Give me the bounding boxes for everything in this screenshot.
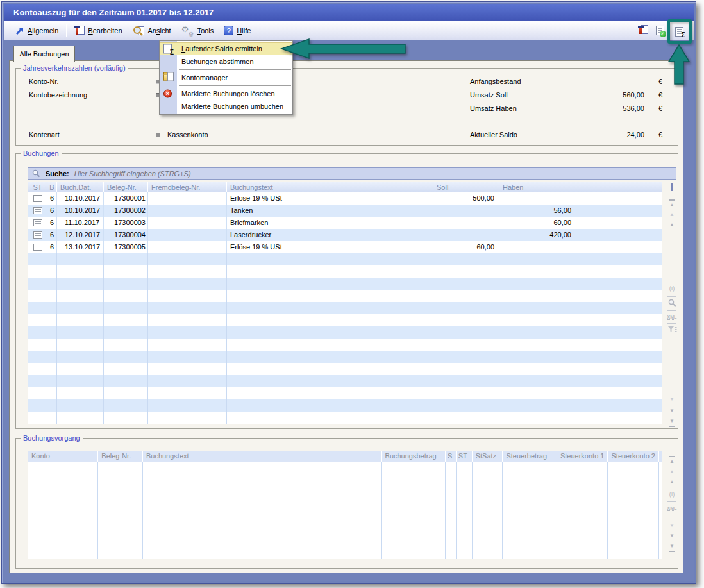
empty-rows-area [28, 253, 662, 424]
field-umsatz-soll: Umsatz Soll 560,00 € [470, 90, 662, 100]
buchungen-row[interactable]: 6 13.10.2017 17300005 Erlöse 19 % USt 60… [28, 241, 662, 253]
buchungsvorgang-table-tools: ▲ ▲ ▲ (I) XML ▼ ▼ ▼ [665, 451, 679, 560]
group-buchungsvorgang: Buchungsvorgang Konto Beleg-Nr. Buchungs… [15, 438, 678, 569]
scroll-down-icon[interactable]: ▼ [665, 395, 679, 404]
header-buchungstext[interactable]: Buchungstext [227, 182, 433, 192]
record-icon [33, 231, 42, 239]
menuitem-markierte-buchungen-umbuchen[interactable]: Markierte Buchungen umbuchen [160, 100, 292, 113]
menu-hilfe[interactable]: ? Hilfe [219, 24, 256, 37]
buchungsvorgang-table-header: Konto Beleg-Nr. Buchungstext Buchungsbet… [28, 451, 662, 462]
header-belegnr[interactable]: Beleg-Nr. [104, 182, 148, 192]
header-st[interactable]: ST [28, 182, 47, 192]
header-buchungstext[interactable]: Buchungstext [143, 451, 382, 462]
buchungen-row[interactable]: 6 10.10.2017 17300001 Erlöse 19 % USt 50… [28, 192, 662, 205]
menu-allgemein-label: Allgemein [28, 27, 58, 35]
menuitem-kontomanager[interactable]: Kontomanager [160, 71, 292, 84]
annotation-arrow-up [666, 43, 692, 87]
menu-separator [179, 85, 291, 86]
parentheses-icon[interactable]: (I) [665, 491, 679, 500]
header-fremdbelegnr[interactable]: Fremdbeleg-Nr. [148, 182, 227, 192]
record-icon [33, 244, 42, 251]
annotation-highlight-box [667, 19, 692, 44]
tab-alle-buchungen[interactable]: Alle Buchungen [13, 46, 75, 62]
scroll-down-page-icon[interactable]: ▼ [665, 407, 679, 416]
header-stsatz[interactable]: StSatz [473, 451, 503, 462]
field-kontenart: Kontenart Kassenkonto [29, 130, 208, 140]
scroll-to-bottom-icon[interactable]: ▼ [665, 417, 679, 426]
filter-icon[interactable] [665, 326, 679, 335]
header-st[interactable]: ST [457, 451, 473, 462]
document-sum-icon: Σ [163, 44, 172, 54]
scroll-up-icon[interactable]: ▲ [665, 210, 679, 219]
field-anfangsbestand: Anfangsbestand € [470, 76, 662, 87]
empty-rows-area [28, 462, 662, 559]
search-icon [32, 169, 40, 178]
menu-ansicht[interactable]: Ansicht [128, 24, 176, 38]
search-label: Suche: [46, 170, 69, 178]
group-buchungen: Buchungen Suche: Hier Suchbegriff eingeb… [15, 153, 678, 429]
delete-icon: × [163, 90, 172, 98]
buchungen-row[interactable]: 6 12.10.2017 17300004 Laserdrucker 420,0… [28, 229, 662, 241]
record-icon [33, 195, 42, 202]
group-title: Buchungen [21, 149, 62, 158]
header-buchdat[interactable]: Buch.Dat. [57, 182, 104, 192]
parentheses-icon[interactable]: (I) [665, 285, 679, 294]
menuitem-markierte-buchungen-loeschen[interactable]: × Markierte Buchungen löschen [160, 87, 292, 100]
header-b[interactable]: B [47, 182, 57, 192]
scroll-up-page-icon[interactable]: ▲ [665, 478, 679, 487]
header-haben[interactable]: Haben [499, 182, 576, 192]
group-jahresverkehrszahlen: Jahresverkehrszahlen (vorläufig) Konto-N… [15, 68, 678, 146]
tools-dropdown-menu: Σ Laufender Saldo ermitteln Buchungen ab… [159, 40, 293, 115]
menuitem-laufender-saldo-ermitteln[interactable]: Σ Laufender Saldo ermitteln [160, 42, 292, 55]
edit-icon [74, 26, 85, 36]
currency-symbol: € [644, 131, 662, 139]
tab-page: Jahresverkehrszahlen (vorläufig) Konto-N… [9, 60, 683, 573]
menu-ansicht-label: Ansicht [148, 27, 171, 35]
toolbar-document-check-button[interactable]: ✓ [653, 24, 666, 37]
currency-symbol: € [644, 105, 662, 112]
table-search-icon[interactable] [665, 299, 679, 308]
menu-separator [179, 69, 291, 70]
folder-icon [163, 74, 172, 81]
xml-export-icon[interactable]: XML [665, 504, 679, 513]
buchungen-table: ST B Buch.Dat. Beleg-Nr. Fremdbeleg-Nr. … [28, 182, 662, 424]
header-soll[interactable]: Soll [433, 182, 499, 192]
header-belegnr[interactable]: Beleg-Nr. [98, 451, 143, 462]
scroll-up-icon[interactable]: ▲ [665, 467, 679, 476]
header-spacer [576, 182, 662, 192]
header-steuerkonto-2[interactable]: Steuerkonto 2 [608, 451, 659, 462]
menubar-separator [66, 24, 67, 37]
menu-allgemein[interactable]: Allgemein [10, 24, 63, 37]
currency-symbol: € [644, 91, 662, 99]
buchungen-table-tools: ▲ ▲ ▲ (I) XML ▼ ▼ ▼ [665, 182, 679, 426]
search-placeholder: Hier Suchbegriff eingeben (STRG+S) [74, 170, 191, 178]
search-bar[interactable]: Suche: Hier Suchbegriff eingeben (STRG+S… [28, 167, 676, 180]
toolbar-edit-button[interactable] [637, 24, 650, 37]
header-konto[interactable]: Konto [28, 451, 98, 462]
record-icon [33, 207, 42, 214]
content-area: Alle Buchungen Jahresverkehrszahlen (vor… [4, 40, 694, 581]
scroll-to-top-icon[interactable]: ▲ [665, 199, 679, 208]
buchungen-table-header: ST B Buch.Dat. Beleg-Nr. Fremdbeleg-Nr. … [28, 182, 662, 192]
group-title: Buchungsvorgang [21, 433, 83, 442]
field-aktueller-saldo: Aktueller Saldo 24,00 € [470, 130, 662, 140]
scroll-down-icon[interactable]: ▼ [665, 521, 679, 530]
tab-label: Alle Buchungen [19, 50, 69, 58]
header-steuerkonto-1[interactable]: Steuerkonto 1 [557, 451, 608, 462]
header-buchungsbetrag[interactable]: Buchungsbetrag [382, 451, 446, 462]
scroll-to-bottom-icon[interactable]: ▼ [665, 542, 679, 551]
magnifier-page-icon [133, 26, 145, 36]
buchungen-row[interactable]: 6 11.10.2017 17300003 Briefmarken 60,00 [28, 217, 662, 229]
buchungen-row[interactable]: 6 10.10.2017 17300002 Tanken 56,00 [28, 205, 662, 217]
xml-export-icon[interactable]: XML [665, 313, 679, 322]
header-s[interactable]: S [446, 451, 457, 462]
menu-tools[interactable]: ⚙⚙ Tools [176, 24, 219, 38]
scroll-up-page-icon[interactable]: ▲ [665, 221, 679, 230]
menu-bearbeiten[interactable]: Bearbeiten [69, 24, 127, 38]
scroll-down-page-icon[interactable]: ▼ [665, 532, 679, 541]
header-steuerbetrag[interactable]: Steuerbetrag [503, 451, 557, 462]
bullet-icon [156, 133, 160, 137]
menuitem-buchungen-abstimmen[interactable]: Buchungen abstimmen [160, 55, 292, 68]
column-picker-icon[interactable] [665, 183, 679, 192]
scroll-to-top-icon[interactable]: ▲ [665, 456, 679, 465]
